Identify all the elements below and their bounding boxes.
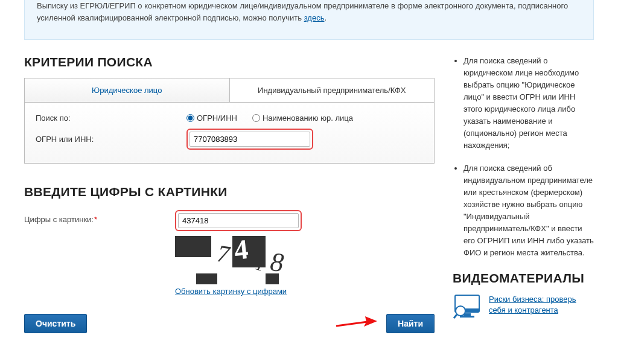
help-list-item: Для поиска сведений о юридическом лице н… — [464, 55, 594, 152]
heading-criteria: КРИТЕРИИ ПОИСКА — [24, 55, 435, 69]
radio-by-name[interactable]: Наименованию юр. лица — [252, 113, 353, 123]
notice-text-before: Выписку из ЕГРЮЛ/ЕГРИП о конкретном юрид… — [37, 1, 568, 22]
radio-by-name-label: Наименованию юр. лица — [263, 113, 353, 123]
radio-ogrn-inn-label: ОГРН/ИНН — [197, 113, 237, 123]
tab-legal-entity[interactable]: Юридическое лицо — [25, 78, 230, 102]
highlight-ogrn-input — [186, 129, 313, 150]
input-ogrn-inn[interactable] — [190, 132, 310, 147]
video-monitor-icon — [453, 294, 482, 322]
arrow-annotation-icon — [335, 316, 377, 331]
help-list-item: Для поиска сведений об индивидуальном пр… — [464, 162, 594, 259]
label-search-by: Поиск по: — [36, 113, 186, 123]
label-captcha: Цифры с картинки:* — [24, 210, 175, 224]
highlight-captcha-input — [175, 210, 302, 231]
link-refresh-captcha[interactable]: Обновить картинку с цифрами — [175, 287, 287, 296]
radio-by-name-input[interactable] — [252, 114, 260, 122]
required-asterisk: * — [94, 215, 97, 224]
notice-box: Выписку из ЕГРЮЛ/ЕГРИП о конкретном юрид… — [24, 0, 594, 40]
svg-point-6 — [456, 306, 465, 316]
radio-ogrn-inn-input[interactable] — [186, 114, 194, 122]
input-captcha[interactable] — [178, 213, 299, 228]
radio-ogrn-inn[interactable]: ОГРН/ИНН — [186, 113, 237, 123]
tab-row: Юридическое лицо Индивидуальный предприн… — [24, 78, 435, 102]
notice-text-after: . — [324, 13, 327, 22]
svg-line-0 — [336, 322, 368, 326]
clear-button[interactable]: Очистить — [24, 314, 87, 333]
captcha-image: 4 3 7 4 1 8 — [175, 236, 302, 284]
heading-video: ВИДЕОМАТЕРИАЛЫ — [453, 271, 594, 286]
find-button[interactable]: Найти — [386, 314, 435, 333]
help-list: Для поиска сведений о юридическом лице н… — [464, 55, 594, 259]
heading-captcha: ВВЕДИТЕ ЦИФРЫ С КАРТИНКИ — [24, 185, 435, 199]
tab-individual-entrepreneur[interactable]: Индивидуальный предприниматель/КФХ — [230, 78, 435, 102]
video-link-business-risks[interactable]: Риски бизнеса: проверь себя и контрагент… — [489, 294, 594, 316]
criteria-panel: Поиск по: ОГРН/ИНН Наименованию юр. лица — [24, 102, 435, 164]
label-ogrn-inn: ОГРН или ИНН: — [36, 135, 186, 144]
notice-link[interactable]: здесь — [304, 13, 325, 22]
label-captcha-text: Цифры с картинки: — [24, 215, 94, 224]
svg-line-7 — [454, 315, 457, 318]
